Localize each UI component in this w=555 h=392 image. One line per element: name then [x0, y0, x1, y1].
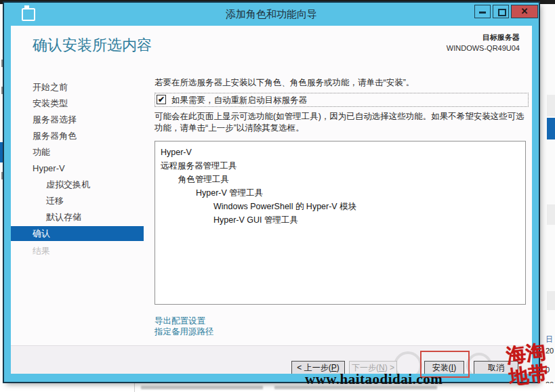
restart-checkbox[interactable]: ✔	[157, 95, 166, 104]
intro-text: 若要在所选服务器上安装以下角色、角色服务或功能，请单击“安装”。	[155, 77, 532, 89]
close-button[interactable]: ✕	[511, 5, 538, 18]
wizard-body: 确认安装所选内容 目标服务器 WINDOWS-QR49U04 开始之前 安装类型…	[11, 26, 532, 374]
background-row-fragment	[547, 291, 555, 310]
minimize-button[interactable]	[474, 5, 491, 18]
restart-checkbox-label: 如果需要，自动重新启动目标服务器	[171, 95, 307, 106]
maximize-icon	[498, 9, 506, 16]
sidebar-item-server-selection[interactable]: 服务器选择	[11, 112, 144, 127]
sidebar-item-before-you-begin[interactable]: 开始之前	[11, 80, 144, 95]
sidebar-item-confirmation[interactable]: 确认	[11, 226, 144, 241]
background-row-fragment	[547, 204, 555, 225]
background-blurred-text	[141, 386, 263, 389]
page-title: 确认安装所选内容	[33, 35, 152, 56]
screen: 日 20 0 20 添加角色和功能向导 ✕ 确认安装所选内容 目标服务器 WIN…	[0, 0, 555, 392]
sidebar-item-hyper-v[interactable]: Hyper-V	[11, 161, 144, 176]
background-right-strip: 日 20 0 20	[540, 4, 555, 392]
list-item: Hyper-V GUI 管理工具	[155, 213, 525, 227]
sidebar-item-virtual-switches[interactable]: 虚拟交换机	[11, 177, 144, 192]
list-item: 远程服务器管理工具	[155, 159, 525, 173]
list-item: 角色管理工具	[155, 173, 525, 186]
maximize-button[interactable]	[493, 5, 509, 18]
sidebar-item-default-stores[interactable]: 默认存储	[11, 210, 144, 225]
background-row-fragment	[547, 95, 555, 116]
checkmark-icon: ✔	[158, 95, 165, 104]
list-item: Windows PowerShell 的 Hyper-V 模块	[155, 200, 525, 213]
watermark-stamp: 海淘 地带	[499, 340, 555, 389]
specify-source-path-link[interactable]: 指定备用源路径	[155, 326, 214, 338]
list-item: Hyper-V 管理工具	[155, 186, 525, 200]
minimize-icon	[479, 12, 486, 14]
background-bottom-strip	[0, 383, 555, 392]
list-item: Hyper-V	[155, 146, 525, 159]
target-server-name: WINDOWS-QR49U04	[447, 44, 520, 52]
optional-features-note: 可能会在此页面上显示可选功能(如管理工具)，因为已自动选择这些功能。如果不希望安…	[155, 111, 531, 134]
restart-checkbox-row[interactable]: ✔ 如果需要，自动重新启动目标服务器	[155, 93, 529, 107]
sidebar-item-server-roles[interactable]: 服务器角色	[11, 129, 144, 144]
target-server-label: 目标服务器	[447, 32, 520, 43]
export-configuration-link[interactable]: 导出配置设置	[155, 315, 205, 327]
target-server-block: 目标服务器 WINDOWS-QR49U04	[447, 32, 520, 52]
close-icon: ✕	[521, 6, 529, 16]
sidebar-item-installation-type[interactable]: 安装类型	[11, 96, 144, 111]
background-divider	[134, 383, 135, 392]
selected-items-list: Hyper-V 远程服务器管理工具 角色管理工具 Hyper-V 管理工具 Wi…	[155, 141, 526, 305]
add-roles-features-wizard-window: 添加角色和功能向导 ✕ 确认安装所选内容 目标服务器 WINDOWS-QR49U…	[4, 3, 539, 382]
watermark-url: www.haitaodidai.com	[305, 371, 443, 388]
sidebar-item-results: 结果	[11, 244, 144, 259]
background-selected-row-fragment	[547, 118, 555, 139]
sidebar-item-features[interactable]: 功能	[11, 145, 144, 160]
sidebar-item-migration[interactable]: 迁移	[11, 194, 144, 209]
window-title: 添加角色和功能向导	[4, 8, 539, 21]
